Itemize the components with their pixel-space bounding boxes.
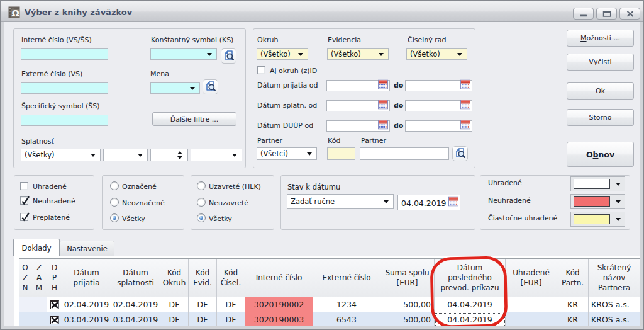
vycisti-button[interactable]: Vyčisti xyxy=(567,54,634,71)
evidencia-combo[interactable]: (Všetko) xyxy=(327,48,389,60)
dph-checkbox[interactable] xyxy=(50,316,59,324)
obnov-button[interactable]: Obnov xyxy=(567,142,634,167)
mena-combo[interactable] xyxy=(150,82,200,94)
calendar-icon[interactable] xyxy=(460,100,470,112)
column-header[interactable]: Kód Partn. xyxy=(557,259,589,297)
column-header[interactable]: Uhradené [EUR] xyxy=(506,259,557,297)
table-cell[interactable] xyxy=(506,312,557,327)
dph-checkbox[interactable] xyxy=(50,300,59,309)
splatnost-spinner[interactable] xyxy=(150,149,188,161)
neoznacene-radio[interactable] xyxy=(110,198,119,207)
preplatene-checkbox[interactable] xyxy=(20,213,28,221)
table-cell[interactable]: 03.04.2019 xyxy=(62,312,111,327)
table-cell[interactable]: 04.04.2019 xyxy=(435,312,506,327)
table-cell[interactable]: DF xyxy=(160,297,189,312)
table-cell[interactable]: 1234 xyxy=(313,297,380,312)
specificky-symbol-input[interactable] xyxy=(21,115,108,126)
spinner-arrows[interactable] xyxy=(177,151,183,159)
storno-button[interactable]: Storno xyxy=(567,109,634,126)
spinner-down-icon[interactable] xyxy=(177,156,182,159)
table-cell[interactable]: DF xyxy=(217,297,245,312)
table-cell[interactable]: DF xyxy=(160,312,189,327)
table-cell[interactable]: 02.04.2019 xyxy=(111,297,160,312)
table-cell[interactable]: 3020190002 xyxy=(245,297,313,312)
maximize-button[interactable] xyxy=(596,8,617,20)
column-header[interactable]: Externé číslo xyxy=(313,259,380,297)
column-header[interactable]: Kód Okruh xyxy=(160,259,189,297)
column-header[interactable]: Z A M xyxy=(31,259,47,297)
calendar-icon[interactable] xyxy=(460,80,470,92)
table-cell[interactable] xyxy=(506,297,557,312)
datum-duup-do-input[interactable] xyxy=(405,120,472,132)
oznacene-radio[interactable] xyxy=(110,181,119,190)
table-cell[interactable] xyxy=(47,312,62,327)
table-cell[interactable]: DF xyxy=(217,312,245,327)
calendar-icon[interactable] xyxy=(448,196,458,208)
mena-lookup-button[interactable] xyxy=(203,79,218,94)
legend-uhradene-picker[interactable] xyxy=(570,176,625,191)
interne-cislo-input[interactable] xyxy=(21,48,108,60)
table-cell[interactable]: 3020190003 xyxy=(245,312,313,327)
table-cell[interactable]: KR xyxy=(557,297,589,312)
calendar-icon[interactable] xyxy=(460,120,470,132)
externe-cislo-input[interactable] xyxy=(21,82,108,94)
table-cell[interactable]: KROS a.s. xyxy=(589,297,640,312)
table-cell[interactable]: 02.04.2019 xyxy=(62,297,111,312)
partner-combo[interactable]: (Všetci) xyxy=(257,147,317,160)
kod-input[interactable] xyxy=(327,147,355,160)
okruh-combo[interactable]: (Všetko) xyxy=(257,48,308,60)
vsetky-marked-radio[interactable] xyxy=(110,213,119,222)
calendar-icon[interactable] xyxy=(378,80,388,92)
konstantny-symbol-lookup-button[interactable] xyxy=(221,48,236,64)
table-cell[interactable] xyxy=(31,297,47,312)
spinner-up-icon[interactable] xyxy=(177,151,182,154)
table-cell[interactable]: 500,00 xyxy=(380,312,435,327)
neuzavrete-radio[interactable] xyxy=(197,198,206,207)
dalsie-filtre-button[interactable]: Ďalšie filtre ... xyxy=(152,112,236,126)
calendar-icon[interactable] xyxy=(378,100,388,112)
table-cell[interactable]: 6543 xyxy=(313,312,380,327)
table-cell[interactable] xyxy=(47,297,62,312)
partner-lookup-button[interactable] xyxy=(452,146,468,161)
column-header[interactable]: Interné číslo xyxy=(245,259,313,297)
neuhradene-checkbox[interactable] xyxy=(20,196,28,205)
legend-ciastocne-picker[interactable] xyxy=(570,212,625,227)
datum-duup-od-input[interactable] xyxy=(326,120,390,132)
column-header[interactable]: D P H xyxy=(47,259,62,297)
column-header[interactable]: Skrátený názov Partnera xyxy=(589,259,640,297)
stav-k-datumu-date-input[interactable]: 04.04.2019 xyxy=(397,195,460,210)
konstantny-symbol-combo[interactable] xyxy=(150,48,217,60)
table-cell[interactable]: 03.04.2019 xyxy=(111,312,160,327)
moznosti-button[interactable]: Možnosti ... xyxy=(567,30,634,47)
table-cell[interactable]: KROS a.s. xyxy=(589,312,640,327)
splatnost-combo-3[interactable] xyxy=(191,149,242,161)
calendar-icon[interactable] xyxy=(378,120,388,132)
column-header[interactable]: Kód Čísel. xyxy=(217,259,245,297)
datum-splatn-do-input[interactable] xyxy=(405,100,472,111)
column-header[interactable]: Dátum splatnosti xyxy=(111,259,160,297)
title-bar[interactable]: Ω Výber z knihy záväzkov xyxy=(1,1,643,22)
table-cell[interactable]: DF xyxy=(189,312,217,327)
vsetky-closed-radio[interactable] xyxy=(197,213,206,222)
uzavrete-radio[interactable] xyxy=(197,181,206,190)
splatnost-combo-2[interactable] xyxy=(103,149,148,161)
table-cell[interactable] xyxy=(19,297,31,312)
aj-okruh-checkbox[interactable] xyxy=(257,66,265,74)
close-button[interactable] xyxy=(619,8,640,20)
minimize-button[interactable] xyxy=(573,8,594,20)
table-cell[interactable]: 500,00 xyxy=(380,297,435,312)
table-cell[interactable] xyxy=(31,312,47,327)
column-header[interactable]: O Z N xyxy=(19,259,31,297)
table-cell[interactable] xyxy=(19,312,31,327)
column-header[interactable]: Suma spolu [EUR] xyxy=(380,259,435,297)
legend-neuhradene-picker[interactable] xyxy=(570,194,625,209)
splatnost-combo[interactable]: (Všetky) xyxy=(21,149,101,161)
partner-input[interactable] xyxy=(360,147,449,160)
ciselny-rad-combo[interactable]: (Všetko) xyxy=(406,48,467,60)
datum-prijatia-od-input[interactable] xyxy=(326,80,390,91)
column-header[interactable]: Dátum prijatia xyxy=(62,259,111,297)
tab-doklady[interactable]: Doklady xyxy=(13,239,60,256)
table-cell[interactable]: DF xyxy=(189,297,217,312)
stav-k-datumu-combo[interactable]: Zadať ručne xyxy=(287,194,394,209)
datum-prijatia-do-input[interactable] xyxy=(405,80,472,91)
